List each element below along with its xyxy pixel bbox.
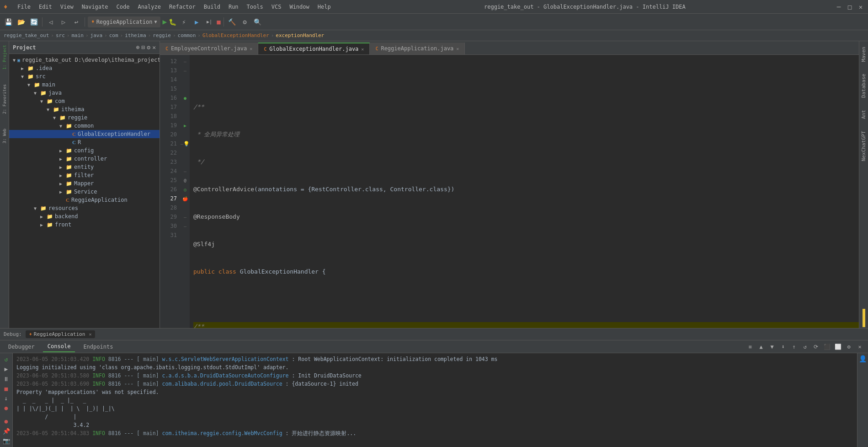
open-button[interactable]: 📂: [16, 16, 27, 27]
debug-action-btn-6[interactable]: ↺: [800, 342, 809, 351]
project-add-icon[interactable]: ⊕: [136, 44, 140, 51]
menu-window[interactable]: Window: [286, 3, 313, 11]
debug-action-btn-4[interactable]: ⬇: [778, 342, 788, 351]
save-button[interactable]: 💾: [3, 16, 14, 27]
breadcrumb-item-src[interactable]: src: [56, 32, 65, 38]
breadcrumb-item-com[interactable]: com: [109, 32, 118, 38]
left-panel-2[interactable]: 2: Favorites: [1, 82, 8, 116]
debug-step-over-btn[interactable]: ↓: [2, 394, 11, 403]
fold-13[interactable]: –: [184, 68, 186, 73]
coverage-button[interactable]: ⚡: [178, 16, 189, 27]
fold-12[interactable]: –: [184, 59, 186, 64]
breadcrumb-item-main[interactable]: main: [71, 32, 84, 38]
code-editor[interactable]: 12 13 14 15 16 17 18 19 20 21 22 23 24 2…: [160, 55, 859, 328]
right-panel-maven[interactable]: Maven: [860, 43, 868, 65]
breadcrumb-item-root[interactable]: reggie_take_out: [4, 32, 49, 38]
console-output[interactable]: 2023-06-05 20:51:03.420 INFO 8816 --- [ …: [13, 353, 857, 447]
fold-30[interactable]: –: [184, 224, 186, 229]
tree-item-common[interactable]: ▼ 📁 common: [9, 122, 160, 130]
debug-button[interactable]: 🐛: [169, 18, 176, 26]
run-with-arrow-button[interactable]: ▶|: [204, 16, 215, 27]
tree-item-service[interactable]: ▶ 📁 Service: [9, 188, 160, 196]
debug-stop-btn[interactable]: ■: [2, 384, 11, 393]
debug-action-btn-9[interactable]: ⬜: [833, 342, 842, 351]
close-button[interactable]: ✕: [857, 3, 864, 11]
breadcrumb-item-itheima[interactable]: itheima: [125, 32, 146, 38]
debug-action-btn-5[interactable]: ↑: [789, 342, 799, 351]
tree-item-reggieapplication[interactable]: ▶ C ReggieApplication: [9, 196, 160, 204]
tree-item-config[interactable]: ▶ 📁 config: [9, 146, 160, 155]
left-panel-1[interactable]: 1: Project: [1, 43, 8, 71]
debug-pin-btn[interactable]: 📌: [2, 427, 11, 436]
impl-icon-16[interactable]: ●: [184, 96, 186, 101]
project-gear-icon[interactable]: ⚙: [147, 44, 150, 51]
right-panel-ant[interactable]: Ant: [860, 106, 868, 123]
tab-reggieapplication[interactable]: C ReggieApplication.java ✕: [370, 43, 465, 54]
debug-action-btn-1[interactable]: ≡: [746, 342, 755, 351]
debug-action-btn-3[interactable]: ▼: [767, 342, 777, 351]
menu-analyze[interactable]: Analyze: [134, 3, 165, 11]
menu-view[interactable]: View: [57, 3, 77, 11]
forward-button[interactable]: ▷: [58, 16, 69, 27]
breadcrumb-item-reggie[interactable]: reggie: [153, 32, 171, 38]
session-tab-reggie[interactable]: ♦ ReggieApplication ✕: [26, 330, 96, 338]
minimize-button[interactable]: ─: [835, 3, 842, 11]
run-button[interactable]: ▶: [162, 17, 167, 26]
debug-resume-btn[interactable]: ▶: [2, 365, 11, 373]
search-button[interactable]: 🔍: [252, 16, 263, 27]
code-content[interactable]: /** * 全局异常处理 */ @ControllerAdvice(annota…: [190, 55, 859, 328]
breadcrumb-item-class[interactable]: GlobalExceptionHandler: [202, 32, 269, 38]
tree-item-controller[interactable]: ▶ 📁 controller: [9, 155, 160, 163]
impl-icon-26[interactable]: ◎: [184, 187, 186, 192]
revert-button[interactable]: ↩: [71, 16, 82, 27]
run-configuration[interactable]: ♦ ReggieApplication ▼: [88, 16, 160, 27]
debug-action-btn-8[interactable]: ⬛: [822, 342, 831, 351]
debug-close-btn[interactable]: ✕: [855, 342, 864, 351]
debug-tab-debugger[interactable]: Debugger: [4, 342, 39, 352]
menu-navigate[interactable]: Navigate: [78, 3, 112, 11]
open-settings-button[interactable]: ⚙: [240, 16, 250, 27]
tree-item-root[interactable]: ▼ ▣ reggie_take_out D:\develop\itheima_p…: [9, 56, 160, 64]
sync-button[interactable]: 🔄: [28, 16, 39, 27]
fold-29[interactable]: –: [184, 215, 186, 220]
tree-item-mapper[interactable]: ▶ 📁 Mapper: [9, 179, 160, 188]
tree-item-entity[interactable]: ▶ 📁 entity: [9, 163, 160, 171]
debug-action-btn-2[interactable]: ▲: [756, 342, 766, 351]
debug-tab-console[interactable]: Console: [43, 341, 75, 352]
menu-build[interactable]: Build: [200, 3, 224, 11]
tree-item-itheima[interactable]: ▼ 📁 itheima: [9, 105, 160, 113]
session-close-icon[interactable]: ✕: [89, 332, 91, 337]
tree-item-filter[interactable]: ▶ 📁 filter: [9, 171, 160, 179]
debug-user-icon[interactable]: 👤: [859, 355, 867, 362]
tree-item-front[interactable]: ▶ 📁 front: [9, 221, 160, 229]
menu-edit[interactable]: Edit: [35, 3, 56, 11]
tree-item-src[interactable]: ▼ 📁 src: [9, 72, 160, 81]
tree-item-idea[interactable]: ▶ 📁 .idea: [9, 64, 160, 72]
debug-mark-btn[interactable]: ●: [2, 417, 11, 425]
menu-file[interactable]: File: [14, 3, 34, 11]
tree-item-java[interactable]: ▼ 📁 java: [9, 89, 160, 97]
menu-vcs[interactable]: VCS: [268, 3, 285, 11]
breadcrumb-item-common[interactable]: common: [178, 32, 196, 38]
menu-code[interactable]: Code: [113, 3, 133, 11]
tree-item-backend[interactable]: ▶ 📁 backend: [9, 212, 160, 221]
debug-action-btn-7[interactable]: ⟳: [811, 342, 820, 351]
tree-item-globalexceptionhandler[interactable]: ▶ C GlobalExceptionHandler: [9, 130, 160, 138]
menu-run[interactable]: Run: [225, 3, 242, 11]
tree-item-reggie[interactable]: ▼ 📁 reggie: [9, 113, 160, 122]
menu-tools[interactable]: Tools: [243, 3, 267, 11]
run-icon-19[interactable]: ▶: [184, 123, 186, 128]
left-panel-3[interactable]: 3: Web: [1, 127, 8, 145]
right-panel-database[interactable]: Database: [860, 70, 868, 102]
tree-item-resources[interactable]: ▼ 📁 resources: [9, 204, 160, 212]
stop-button[interactable]: ■: [217, 18, 220, 26]
tab-globalexceptionhandler[interactable]: C GlobalExceptionHandler.java ✕: [258, 43, 370, 54]
tab-close-icon[interactable]: ✕: [456, 46, 459, 51]
tree-item-r[interactable]: ▶ C R: [9, 138, 160, 146]
debug-restart-btn[interactable]: ↺: [2, 355, 11, 364]
debug-settings-icon[interactable]: ⚙: [844, 342, 853, 351]
tree-item-main[interactable]: ▼ 📁 main: [9, 81, 160, 89]
menu-help[interactable]: Help: [314, 3, 335, 11]
fold-24[interactable]: –: [184, 169, 186, 174]
right-panel-nexchatgpt[interactable]: NexChatGPT: [860, 127, 868, 165]
